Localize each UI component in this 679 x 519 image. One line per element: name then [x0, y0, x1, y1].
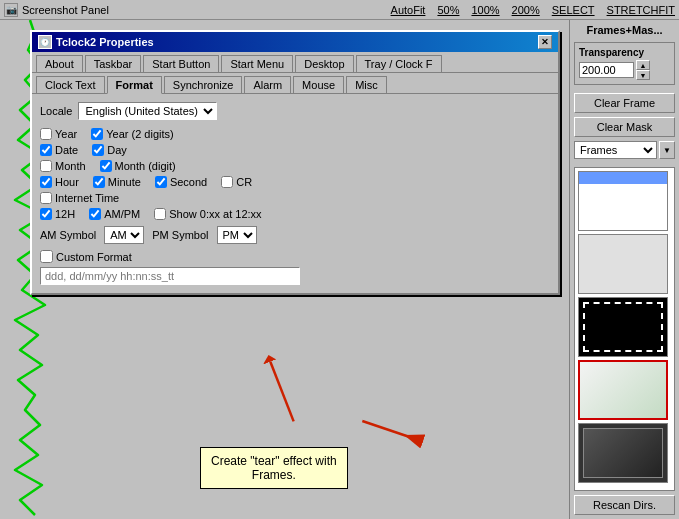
- zoom-200[interactable]: 200%: [512, 4, 540, 16]
- callout-text: Create "tear" effect withFrames.: [211, 454, 337, 482]
- ampm-label: AM/PM: [104, 208, 140, 220]
- second-checkbox-item[interactable]: Second: [155, 176, 207, 188]
- year2-checkbox[interactable]: [91, 128, 103, 140]
- tab-start-button[interactable]: Start Button: [143, 55, 219, 72]
- monthdigit-checkbox-item[interactable]: Month (digit): [100, 160, 176, 172]
- format-input[interactable]: [40, 267, 300, 285]
- checkbox-row-2: Date Day: [40, 144, 550, 156]
- hour-checkbox-item[interactable]: Hour: [40, 176, 79, 188]
- custom-format-checkbox[interactable]: [40, 250, 53, 263]
- pm-symbol-select[interactable]: PM: [217, 226, 257, 244]
- app-title: Screenshot Panel: [22, 4, 391, 16]
- frames-select[interactable]: Frames: [574, 141, 657, 159]
- frame-thumb-4[interactable]: [578, 360, 668, 420]
- tab-about[interactable]: About: [36, 55, 83, 72]
- tab-clock-text[interactable]: Clock Text: [36, 76, 105, 93]
- transparency-group: Transparency ▲ ▼: [574, 42, 675, 85]
- frame-thumb-2[interactable]: [578, 234, 668, 294]
- monthdigit-checkbox[interactable]: [100, 160, 112, 172]
- stretchfit-link[interactable]: STRETCHFIT: [607, 4, 675, 16]
- top-bar: 📷 Screenshot Panel AutoFit 50% 100% 200%…: [0, 0, 679, 20]
- toolbar-links: AutoFit 50% 100% 200% SELECT STRETCHFIT: [391, 4, 675, 16]
- tab-start-menu[interactable]: Start Menu: [221, 55, 293, 72]
- locale-select[interactable]: English (United States): [78, 102, 217, 120]
- checkbox-row-5: Internet Time: [40, 192, 550, 204]
- clear-frame-button[interactable]: Clear Frame: [574, 93, 675, 113]
- checkbox-row-4: Hour Minute Second CR: [40, 176, 550, 188]
- hour-checkbox[interactable]: [40, 176, 52, 188]
- main-layout: 🕐 Tclock2 Properties ✕ About Taskbar Sta…: [0, 20, 679, 519]
- show0xx-checkbox-item[interactable]: Show 0:xx at 12:xx: [154, 208, 261, 220]
- locale-row: Locale English (United States): [40, 102, 550, 120]
- frames-list[interactable]: [574, 167, 675, 491]
- frames-dropdown-button[interactable]: ▼: [659, 141, 675, 159]
- year-checkbox[interactable]: [40, 128, 52, 140]
- second-checkbox[interactable]: [155, 176, 167, 188]
- date-checkbox-item[interactable]: Date: [40, 144, 78, 156]
- show0xx-label: Show 0:xx at 12:xx: [169, 208, 261, 220]
- date-label: Date: [55, 144, 78, 156]
- zoom-100[interactable]: 100%: [471, 4, 499, 16]
- tab-format[interactable]: Format: [107, 76, 162, 94]
- am-symbol-select[interactable]: AM: [104, 226, 144, 244]
- tab-mouse[interactable]: Mouse: [293, 76, 344, 93]
- select-link[interactable]: SELECT: [552, 4, 595, 16]
- year2-checkbox-item[interactable]: Year (2 digits): [91, 128, 173, 140]
- minute-label: Minute: [108, 176, 141, 188]
- tab-synchronize[interactable]: Synchronize: [164, 76, 243, 93]
- clear-mask-button[interactable]: Clear Mask: [574, 117, 675, 137]
- tab-taskbar[interactable]: Taskbar: [85, 55, 142, 72]
- date-checkbox[interactable]: [40, 144, 52, 156]
- zoom-50[interactable]: 50%: [437, 4, 459, 16]
- show0xx-checkbox[interactable]: [154, 208, 166, 220]
- symbol-row: AM Symbol AM PM Symbol PM: [40, 226, 550, 244]
- day-label: Day: [107, 144, 127, 156]
- tabs-row-2: Clock Text Format Synchronize Alarm Mous…: [32, 73, 558, 94]
- frame-thumb-3[interactable]: [578, 297, 668, 357]
- ampm-checkbox-item[interactable]: AM/PM: [89, 208, 140, 220]
- day-checkbox[interactable]: [92, 144, 104, 156]
- tab-alarm[interactable]: Alarm: [244, 76, 291, 93]
- dialog-icon: 🕐: [38, 35, 52, 49]
- internet-label: Internet Time: [55, 192, 119, 204]
- dialog-title: Tclock2 Properties: [56, 36, 154, 48]
- day-checkbox-item[interactable]: Day: [92, 144, 127, 156]
- 12h-checkbox-item[interactable]: 12H: [40, 208, 75, 220]
- year2-label: Year (2 digits): [106, 128, 173, 140]
- transparency-spin-up[interactable]: ▲: [636, 60, 650, 70]
- autofit-link[interactable]: AutoFit: [391, 4, 426, 16]
- tab-misc[interactable]: Misc: [346, 76, 387, 93]
- cr-checkbox-item[interactable]: CR: [221, 176, 252, 188]
- year-checkbox-item[interactable]: Year: [40, 128, 77, 140]
- right-panel: Frames+Mas... Transparency ▲ ▼ Clear Fra…: [569, 20, 679, 519]
- month-checkbox-item[interactable]: Month: [40, 160, 86, 172]
- cr-checkbox[interactable]: [221, 176, 233, 188]
- 12h-checkbox[interactable]: [40, 208, 52, 220]
- dialog-titlebar: 🕐 Tclock2 Properties ✕: [32, 32, 558, 52]
- am-symbol-label: AM Symbol: [40, 229, 96, 241]
- cr-label: CR: [236, 176, 252, 188]
- transparency-label: Transparency: [579, 47, 670, 58]
- internet-checkbox[interactable]: [40, 192, 52, 204]
- frame-thumb-1[interactable]: [578, 171, 668, 231]
- locale-label: Locale: [40, 105, 72, 117]
- month-checkbox[interactable]: [40, 160, 52, 172]
- tab-tray-clock[interactable]: Tray / Clock F: [356, 55, 442, 72]
- minute-checkbox-item[interactable]: Minute: [93, 176, 141, 188]
- callout-tooltip: Create "tear" effect withFrames.: [200, 447, 348, 489]
- ampm-checkbox[interactable]: [89, 208, 101, 220]
- tab-desktop[interactable]: Desktop: [295, 55, 353, 72]
- second-label: Second: [170, 176, 207, 188]
- minute-checkbox[interactable]: [93, 176, 105, 188]
- dialog-close-button[interactable]: ✕: [538, 35, 552, 49]
- pm-symbol-label: PM Symbol: [152, 229, 208, 241]
- transparency-input[interactable]: [579, 62, 634, 78]
- transparency-spin-down[interactable]: ▼: [636, 70, 650, 80]
- custom-format-label: Custom Format: [56, 251, 132, 263]
- year-label: Year: [55, 128, 77, 140]
- rescan-dirs-button[interactable]: Rescan Dirs.: [574, 495, 675, 515]
- transparency-input-row: ▲ ▼: [579, 60, 670, 80]
- internet-checkbox-item[interactable]: Internet Time: [40, 192, 119, 204]
- right-arrow-svg: [356, 397, 429, 465]
- frame-thumb-5[interactable]: [578, 423, 668, 483]
